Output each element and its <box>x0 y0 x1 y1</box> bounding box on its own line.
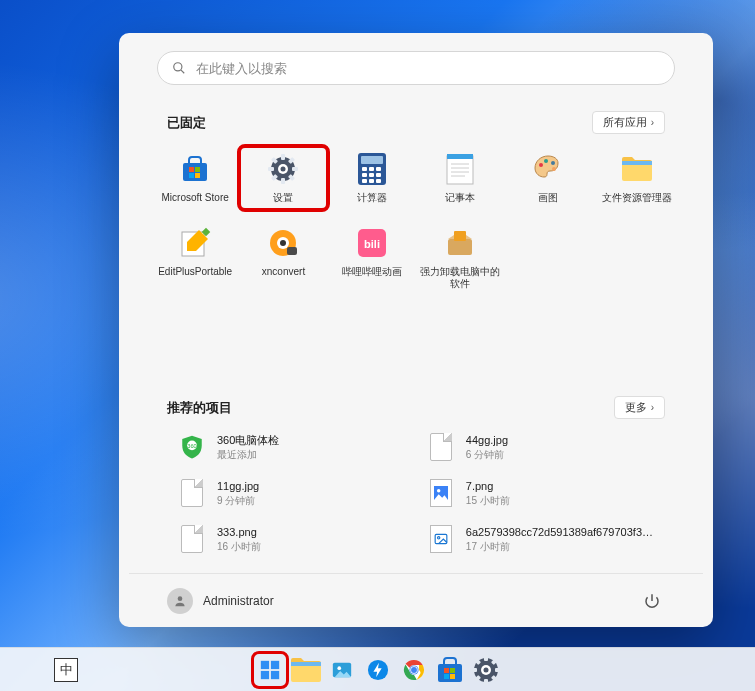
svg-rect-77 <box>484 655 488 661</box>
all-apps-button[interactable]: 所有应用 › <box>592 111 665 134</box>
taskbar: 中 <box>0 647 755 691</box>
svg-rect-79 <box>495 668 501 672</box>
rec-sub: 最近添加 <box>217 448 279 461</box>
editplus-icon <box>178 226 212 260</box>
svg-rect-25 <box>376 173 381 177</box>
taskbar-chrome[interactable] <box>399 655 429 685</box>
rec-sub: 16 小时前 <box>217 540 261 553</box>
imgblue-icon <box>428 477 454 509</box>
svg-rect-83 <box>471 668 477 672</box>
svg-rect-63 <box>291 662 321 666</box>
user-account[interactable]: Administrator <box>167 588 274 614</box>
svg-rect-72 <box>444 668 449 673</box>
svg-point-37 <box>551 161 555 165</box>
taskbar-photos[interactable] <box>327 655 357 685</box>
chevron-right-icon: › <box>651 402 654 413</box>
pinned-app-notepad[interactable]: 记事本 <box>416 146 504 210</box>
pinned-app-xnconvert[interactable]: xnconvert <box>239 220 327 296</box>
recommended-item[interactable]: 7.png 15 小时前 <box>428 477 653 509</box>
svg-rect-58 <box>260 660 268 668</box>
app-label: Microsoft Store <box>162 192 229 204</box>
start-menu: 已固定 所有应用 › Microsoft Store 设置 <box>119 33 713 627</box>
svg-rect-29 <box>447 156 473 184</box>
more-button[interactable]: 更多 › <box>614 396 665 419</box>
app-label: 记事本 <box>445 192 475 204</box>
svg-point-17 <box>281 167 286 172</box>
recommended-header: 推荐的项目 更多 › <box>129 382 703 427</box>
svg-rect-5 <box>189 173 194 178</box>
svg-point-57 <box>178 596 183 601</box>
svg-rect-6 <box>195 173 200 178</box>
svg-point-35 <box>539 163 543 167</box>
explorer-icon <box>620 152 654 186</box>
app-label: xnconvert <box>262 266 305 278</box>
settings-icon <box>266 152 300 186</box>
search-input[interactable] <box>196 61 660 76</box>
svg-rect-4 <box>195 167 200 172</box>
taskbar-thunder[interactable] <box>363 655 393 685</box>
app-label: 计算器 <box>357 192 387 204</box>
svg-rect-24 <box>369 173 374 177</box>
svg-rect-61 <box>270 670 278 678</box>
svg-rect-27 <box>369 179 374 183</box>
rec-name: 6a2579398cc72d591389af679703f3… <box>466 525 653 539</box>
settings-icon <box>470 654 502 686</box>
svg-line-1 <box>181 70 184 73</box>
app-label: 设置 <box>273 192 293 204</box>
svg-rect-49 <box>448 239 472 255</box>
ime-indicator[interactable]: 中 <box>54 658 78 682</box>
svg-point-56 <box>437 537 439 539</box>
search-bar[interactable] <box>157 51 675 85</box>
svg-rect-3 <box>189 167 194 172</box>
svg-point-70 <box>411 667 417 673</box>
svg-point-45 <box>280 240 286 246</box>
store-icon <box>434 654 466 686</box>
taskbar-start[interactable] <box>255 655 285 685</box>
pinned-app-store[interactable]: Microsoft Store <box>151 146 239 210</box>
svg-rect-46 <box>287 247 297 255</box>
picicon-icon <box>428 523 454 555</box>
xnconvert-icon <box>266 226 300 260</box>
pinned-app-explorer[interactable]: 文件资源管理器 <box>593 146 681 210</box>
recommended-item[interactable]: 6a2579398cc72d591389af679703f3… 17 小时前 <box>428 523 653 555</box>
pinned-app-calculator[interactable]: 计算器 <box>328 146 416 210</box>
thunder-icon <box>367 659 389 681</box>
svg-point-38 <box>552 167 556 171</box>
rec-name: 44gg.jpg <box>466 433 508 447</box>
svg-point-0 <box>174 63 182 71</box>
pinned-app-paint[interactable]: 画图 <box>504 146 592 210</box>
svg-rect-21 <box>369 167 374 171</box>
bilibili-icon: bili <box>355 226 389 260</box>
pinned-app-uninstall[interactable]: 强力卸载电脑中的软件 <box>416 220 504 296</box>
recommended-item[interactable]: 44gg.jpg 6 分钟前 <box>428 431 653 463</box>
power-button[interactable] <box>639 588 665 614</box>
doc-icon <box>179 523 205 555</box>
taskbar-store[interactable] <box>435 655 465 685</box>
svg-rect-8 <box>281 154 285 160</box>
svg-point-54 <box>437 489 441 493</box>
svg-rect-12 <box>281 178 285 184</box>
app-label: 文件资源管理器 <box>602 192 672 204</box>
svg-rect-19 <box>361 156 383 164</box>
rec-name: 11gg.jpg <box>217 479 259 493</box>
avatar <box>167 588 193 614</box>
svg-rect-50 <box>454 231 466 241</box>
pinned-app-editplus[interactable]: EditPlusPortable <box>151 220 239 296</box>
recommended-item[interactable]: 333.png 16 小时前 <box>179 523 400 555</box>
taskbar-explorer[interactable] <box>291 655 321 685</box>
app-label: 强力卸载电脑中的软件 <box>418 266 502 290</box>
taskbar-settings[interactable] <box>471 655 501 685</box>
pinned-app-bilibili[interactable]: bili 哔哩哔哩动画 <box>328 220 416 296</box>
recommended-section: 推荐的项目 更多 › 360 360电脑体检 最近添加 44gg.jpg 6 分… <box>129 382 703 565</box>
recommended-item[interactable]: 360 360电脑体检 最近添加 <box>179 431 400 463</box>
chevron-right-icon: › <box>651 117 654 128</box>
rec-name: 360电脑体检 <box>217 433 279 447</box>
uninstall-icon <box>443 226 477 260</box>
start-icon <box>259 659 281 681</box>
notepad-icon <box>443 152 477 186</box>
calculator-icon <box>355 152 389 186</box>
recommended-item[interactable]: 11gg.jpg 9 分钟前 <box>179 477 400 509</box>
pinned-app-settings[interactable]: 设置 <box>239 146 327 210</box>
start-footer: Administrator <box>129 573 703 627</box>
paint-icon <box>531 152 565 186</box>
